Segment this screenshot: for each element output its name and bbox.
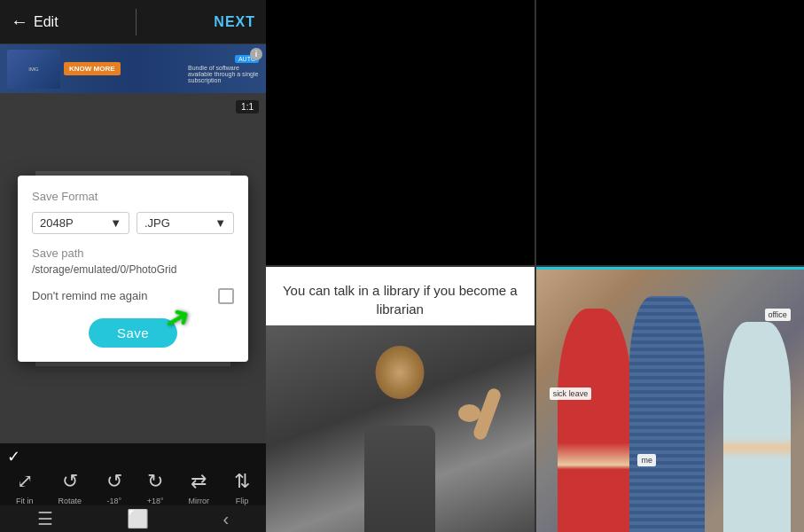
edit-label: Edit — [34, 14, 59, 30]
save-format-label: Save Format — [32, 190, 234, 203]
ad-text: Bundle of software available through a s… — [188, 65, 259, 83]
resolution-dropdown-arrow: ▼ — [110, 216, 121, 230]
save-button-row: Save — [32, 318, 234, 348]
person-red — [558, 309, 633, 532]
person-teal — [723, 322, 791, 532]
format-row: 2048P ▼ .JPG ▼ — [32, 212, 234, 234]
know-more-button[interactable]: KNOW MORE — [64, 62, 121, 75]
format-value: .JPG — [144, 216, 170, 230]
next-button[interactable]: NEXT — [214, 14, 255, 30]
bottom-toolbar: ✓ ⤢ Fit in ↺ Rotate ↺ -18° ↻ +18° ⇄ Mirr… — [0, 443, 266, 532]
face-circle — [376, 346, 425, 399]
resolution-select[interactable]: 2048P ▼ — [32, 212, 129, 234]
toolbar-rotate[interactable]: ↺ Rotate — [58, 470, 82, 505]
ad-left: IMG KNOW MORE — [7, 50, 121, 89]
rotate-icon: ↺ — [62, 470, 78, 493]
hand-chin — [458, 404, 480, 422]
minus18-label: -18° — [107, 497, 122, 505]
toolbar-plus18[interactable]: ↻ +18° — [147, 470, 164, 505]
toolbar-mirror[interactable]: ⇄ Mirror — [189, 470, 210, 505]
back-arrow-icon: ← — [11, 12, 28, 32]
format-dropdown-arrow: ▼ — [215, 216, 226, 230]
fit-in-icon: ⤢ — [17, 470, 33, 493]
menu-icon[interactable]: ☰ — [37, 508, 53, 529]
meme1-image — [266, 325, 535, 532]
person-plaid — [629, 296, 705, 532]
check-icon: ✓ — [7, 447, 20, 466]
me-label: me — [637, 454, 656, 466]
resolution-value: 2048P — [40, 216, 74, 230]
save-dialog: Save Format 2048P ▼ .JPG ▼ Save path /st… — [18, 176, 248, 362]
back-nav-icon[interactable]: ‹ — [223, 509, 230, 529]
format-select[interactable]: .JPG ▼ — [137, 212, 234, 234]
grid-cell-meme2: sick leave office me — [536, 267, 805, 532]
reminder-text: Don't remind me again — [32, 289, 147, 302]
toolbar-minus18[interactable]: ↺ -18° — [106, 470, 122, 505]
ad-info-icon[interactable]: i — [250, 48, 262, 60]
toolbar-check-row: ✓ — [0, 443, 266, 470]
reminder-row: Don't remind me again — [32, 288, 234, 304]
plus18-label: +18° — [147, 497, 164, 505]
grid-cell-top-left — [266, 0, 535, 265]
grid-cell-top-right — [536, 0, 805, 265]
rotate-label: Rotate — [58, 497, 82, 505]
grid-cell-meme1: You can talk in a library if you become … — [266, 267, 535, 532]
fit-in-label: Fit in — [16, 497, 34, 505]
top-bar: ← Edit NEXT — [0, 0, 266, 44]
right-panel: You can talk in a library if you become … — [266, 0, 804, 532]
plus18-icon: ↻ — [147, 470, 163, 493]
office-label: office — [765, 309, 791, 321]
reminder-checkbox[interactable] — [218, 288, 234, 304]
ratio-badge: 1:1 — [236, 100, 259, 113]
distracted-image: sick leave office me — [536, 270, 805, 532]
canvas-area: 1:1 Save Format 2048P ▼ .JPG ▼ Save path… — [0, 93, 266, 443]
flip-label: Flip — [236, 497, 249, 505]
back-button[interactable]: ← Edit — [11, 12, 59, 32]
home-icon[interactable]: ⬜ — [127, 508, 149, 529]
ad-thumbnail: IMG — [7, 50, 60, 89]
mirror-label: Mirror — [189, 497, 210, 505]
mirror-icon: ⇄ — [191, 470, 207, 493]
toolbar-flip[interactable]: ⇅ Flip — [234, 470, 250, 505]
body-shape — [364, 426, 435, 532]
ad-right: AUTC Bundle of software available throug… — [188, 55, 259, 83]
sick-leave-label: sick leave — [550, 387, 592, 400]
toolbar-icons: ⤢ Fit in ↺ Rotate ↺ -18° ↻ +18° ⇄ Mirror… — [0, 470, 266, 505]
flip-icon: ⇅ — [234, 470, 250, 493]
minus18-icon: ↺ — [106, 470, 122, 493]
toolbar-fit-in[interactable]: ⤢ Fit in — [16, 470, 34, 505]
left-panel: ← Edit NEXT IMG KNOW MORE AUTC Bundle of… — [0, 0, 266, 532]
divider — [136, 9, 137, 35]
save-path-label: Save path — [32, 246, 234, 260]
meme1-text: You can talk in a library if you become … — [266, 267, 535, 325]
nav-bar: ☰ ⬜ ‹ — [0, 505, 266, 532]
save-path-value: /storage/emulated/0/PhotoGrid — [32, 263, 234, 276]
ad-banner: IMG KNOW MORE AUTC Bundle of software av… — [0, 44, 266, 93]
